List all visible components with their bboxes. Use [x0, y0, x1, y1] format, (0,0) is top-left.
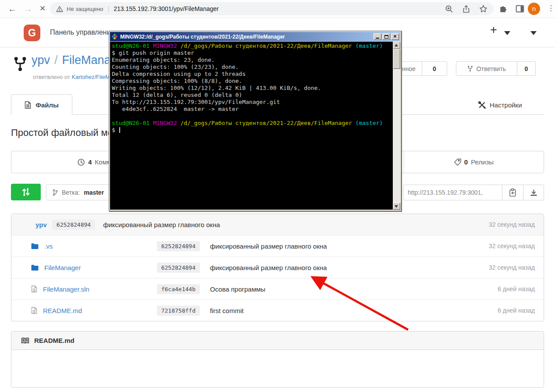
file-link[interactable]: FileManager.sln: [43, 285, 89, 293]
star-count-badge[interactable]: 0: [422, 61, 447, 76]
settings-label: Настройки: [490, 101, 522, 109]
file-link[interactable]: .vs: [44, 242, 53, 250]
commits-count: 4: [88, 158, 92, 166]
terminal-line: To http://213.155.192.79:3001/ypv/FileMa…: [112, 99, 391, 106]
fork-button[interactable]: Ответвить: [456, 61, 517, 76]
commit-author-link[interactable]: ypv: [36, 221, 47, 228]
compare-commits-button[interactable]: [11, 184, 41, 200]
terminal-line: Delta compression using up to 2 threads: [112, 71, 391, 78]
extensions-puzzle-icon[interactable]: [499, 4, 508, 13]
table-row: README.md 7218758ffd first commit 6 дней…: [11, 299, 544, 321]
scroll-up-button[interactable]: [393, 42, 400, 49]
terminal-line: e4de3cf..6252824 master -> master: [112, 106, 391, 113]
user-menu-caret-icon[interactable]: [530, 31, 537, 35]
not-secure-warning-icon: [56, 6, 63, 12]
scrollbar-thumb[interactable]: [393, 49, 400, 69]
latest-commit-row: ypv 6252824894 фиксированный размер глав…: [11, 214, 544, 235]
terminal-line: [112, 113, 391, 120]
terminal-maximize-button[interactable]: [382, 33, 390, 40]
folder-icon: [31, 243, 39, 249]
readme-body: [11, 350, 544, 387]
readme-header: README.md: [11, 331, 544, 350]
releases-label: Релизы: [471, 158, 494, 166]
download-archive-button[interactable]: [523, 185, 544, 200]
terminal-minimize-button[interactable]: [374, 33, 381, 40]
mingw-app-icon: [111, 33, 118, 40]
terminal-titlebar[interactable]: MINGW32:/d/_gogs/Работы студентов/2021-2…: [110, 32, 400, 41]
terminal-window[interactable]: MINGW32:/d/_gogs/Работы студентов/2021-2…: [109, 31, 402, 211]
branch-selector[interactable]: Ветка: master: [46, 184, 119, 200]
bookmark-star-icon[interactable]: [479, 5, 487, 13]
repo-owner-link[interactable]: ypv: [32, 53, 50, 67]
commit-time: 6 дней назад: [498, 285, 535, 292]
history-icon: [77, 158, 85, 166]
scroll-down-button[interactable]: [393, 203, 400, 210]
fork-count-badge[interactable]: 0: [517, 61, 536, 76]
terminal-scrollbar[interactable]: [393, 42, 400, 210]
commit-time: 32 секунд назад: [489, 264, 535, 271]
side-panel-icon[interactable]: [516, 4, 524, 13]
share-icon[interactable]: [462, 5, 470, 13]
file-link[interactable]: FileManager: [44, 264, 81, 271]
url-text[interactable]: 213.155.192.79:3001/ypv/FileManager: [114, 5, 219, 12]
commit-hash-badge[interactable]: 6252824894: [157, 241, 200, 251]
terminal-line: Counting objects: 100% (23/23), done.: [112, 64, 391, 71]
terminal-line: stud@N26-01 MINGW32 /d/_gogs/Работы студ…: [112, 120, 391, 127]
commit-message-link[interactable]: first commit: [210, 307, 244, 314]
browser-stop-icon[interactable]: ✕: [39, 0, 46, 18]
address-bar[interactable]: Не защищено | 213.155.192.79:3001/ypv/Fi…: [50, 2, 494, 15]
terminal-line: Compressing objects: 100% (8/8), done.: [112, 78, 391, 85]
clone-url-group: [403, 185, 544, 200]
terminal-body[interactable]: stud@N26-01 MINGW32 /d/_gogs/Работы студ…: [110, 42, 400, 210]
dashboard-link[interactable]: Панель управления: [50, 29, 114, 36]
browser-profile-avatar[interactable]: n: [528, 3, 540, 15]
commit-hash-badge[interactable]: 7218758ffd: [157, 306, 200, 316]
screen: ← → ✕ Не защищено | 213.155.192.79:3001/…: [0, 0, 555, 392]
commit-message-link[interactable]: фиксированный размер главного окна: [103, 221, 220, 228]
branch-label: Ветка:: [62, 189, 80, 196]
terminal-close-button[interactable]: ×: [391, 33, 399, 40]
tab-files[interactable]: Файлы: [11, 94, 72, 115]
terminal-output: stud@N26-01 MINGW32 /d/_gogs/Работы студ…: [110, 42, 393, 210]
commit-hash-badge[interactable]: f6ca4e144b: [157, 284, 200, 294]
zoom-icon[interactable]: [445, 5, 453, 13]
terminal-line: Writing objects: 100% (12/12), 2.42 KiB …: [112, 85, 391, 92]
terminal-line: stud@N26-01 MINGW32 /d/_gogs/Работы студ…: [112, 43, 391, 50]
table-row: .vs 6252824894 фиксированный размер глав…: [11, 235, 544, 257]
browser-toolbar: ← → ✕ Не защищено | 213.155.192.79:3001/…: [0, 0, 555, 18]
commit-hash-badge[interactable]: 6252824894: [52, 220, 95, 230]
commit-message-link[interactable]: фиксированный размер главного окна: [210, 264, 327, 271]
security-status-label[interactable]: Не защищено: [67, 6, 103, 12]
create-new-button[interactable]: +: [490, 23, 497, 37]
browser-forward-icon[interactable]: →: [24, 0, 32, 18]
browser-back-icon[interactable]: ←: [8, 0, 17, 18]
releases-stat[interactable]: 0 Релизы: [404, 151, 544, 173]
terminal-cursor: [119, 127, 120, 133]
tab-files-label: Файлы: [36, 101, 59, 109]
fork-button-label: Ответвить: [477, 65, 506, 72]
browser-menu-icon[interactable]: ⋮: [547, 4, 555, 13]
table-row: FileManager 6252824894 фиксированный раз…: [11, 257, 544, 278]
commit-message-link[interactable]: фиксированный размер главного окна: [210, 242, 327, 250]
commit-hash-badge[interactable]: 6252824894: [157, 263, 200, 273]
gogs-logo[interactable]: G: [24, 25, 40, 41]
tag-icon: [454, 158, 461, 166]
terminal-line: $ git push origin master: [112, 50, 391, 57]
tab-settings[interactable]: Настройки: [478, 101, 522, 109]
file-icon: [31, 285, 37, 292]
readme-panel: README.md: [11, 331, 544, 388]
folder-icon: [31, 264, 39, 271]
releases-count: 0: [464, 158, 468, 166]
terminal-line: Enumerating objects: 23, done.: [112, 57, 391, 64]
file-table-rows: .vs 6252824894 фиксированный размер глав…: [11, 235, 544, 321]
copy-clone-url-button[interactable]: [502, 185, 523, 200]
commit-message-link[interactable]: Осова программы: [210, 285, 265, 293]
file-tab-icon: [25, 101, 31, 109]
repo-fork-type-icon: [13, 56, 27, 72]
branch-icon: [53, 189, 58, 196]
file-link[interactable]: README.md: [43, 307, 82, 314]
readme-title: README.md: [34, 337, 75, 344]
create-new-caret-icon[interactable]: [504, 31, 510, 35]
fork-icon: [467, 65, 473, 72]
clone-url-input[interactable]: [403, 185, 502, 200]
